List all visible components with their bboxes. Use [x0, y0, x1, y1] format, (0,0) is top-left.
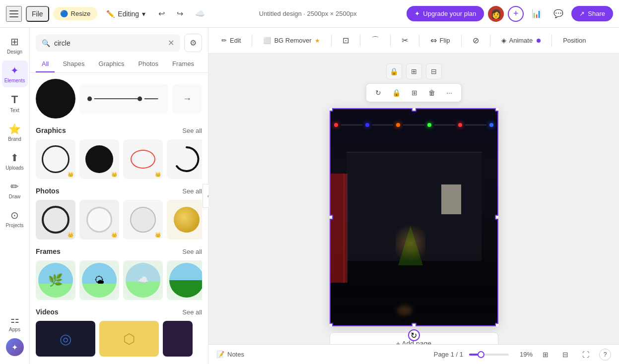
- photos-section-header: Photos See all: [36, 187, 202, 195]
- rotate-handle[interactable]: ↻: [408, 329, 420, 341]
- editing-button[interactable]: ✏️ Editing ▾: [101, 7, 150, 21]
- fullscreen-button[interactable]: ⛶: [578, 349, 593, 361]
- lock-icon-button[interactable]: 🔒: [386, 63, 402, 79]
- tab-shapes[interactable]: Shapes: [57, 56, 90, 72]
- scissors-button[interactable]: ✂: [397, 33, 413, 48]
- graphics-item-circle-outline[interactable]: 👑: [36, 139, 75, 179]
- undo-button[interactable]: ↩: [154, 6, 169, 21]
- text-icon: T: [11, 93, 18, 106]
- frames-section-header: Frames See all: [36, 247, 202, 255]
- transparency-icon: ⊘: [473, 36, 479, 45]
- avatar[interactable]: 👩: [488, 6, 504, 22]
- line-svg: [87, 94, 160, 103]
- frames-section-title: Frames: [36, 247, 61, 255]
- frames-see-all-button[interactable]: See all: [182, 248, 202, 255]
- frame-item-4[interactable]: [167, 260, 202, 300]
- frame-item-3[interactable]: ☁️: [123, 260, 163, 300]
- graphics-item-circle-red[interactable]: 👑: [123, 139, 163, 179]
- photos-see-all-button[interactable]: See all: [182, 187, 202, 195]
- more-sel-button[interactable]: ···: [442, 87, 456, 99]
- draw-icon: ✏: [10, 181, 19, 192]
- tab-frames[interactable]: Frames: [166, 56, 200, 72]
- notes-button[interactable]: 📝 Notes: [216, 351, 244, 358]
- sidebar-item-draw[interactable]: ✏ Draw: [2, 177, 28, 203]
- sidebar-elements-label: Elements: [4, 78, 25, 83]
- featured-circle-item[interactable]: [36, 79, 75, 119]
- tab-all[interactable]: All: [36, 56, 55, 72]
- video-item-3[interactable]: [163, 321, 193, 357]
- resize-button[interactable]: 🔵 Resize: [53, 7, 98, 20]
- sidebar-item-brand[interactable]: ⭐ Brand: [2, 119, 28, 146]
- magic-button[interactable]: ✦: [6, 338, 24, 356]
- help-button[interactable]: ?: [599, 349, 611, 361]
- menu-icon-button[interactable]: [6, 6, 22, 22]
- zoom-slider[interactable]: [469, 354, 509, 356]
- video-item-1[interactable]: ◎: [36, 321, 95, 357]
- transparency-button[interactable]: ⊘: [468, 33, 484, 48]
- delete-sel-button[interactable]: 🗑: [424, 87, 439, 99]
- search-tabs: All Shapes Graphics Photos Frames A: [30, 56, 208, 73]
- sidebar-item-elements[interactable]: ✦ Elements: [2, 61, 28, 87]
- align-icon-button[interactable]: ⊟: [426, 63, 442, 79]
- corner-button[interactable]: ⌒: [366, 32, 384, 49]
- photo-item-4[interactable]: [167, 200, 202, 240]
- file-menu-button[interactable]: File: [26, 6, 49, 22]
- videos-section-header: Videos See all: [36, 308, 202, 316]
- cloud-save-button[interactable]: ☁️: [191, 6, 209, 21]
- sidebar-item-apps[interactable]: ⚏ Apps: [2, 309, 28, 336]
- crop-button[interactable]: ⊡: [338, 33, 354, 48]
- add-collaborator-button[interactable]: +: [508, 6, 524, 22]
- tab-more[interactable]: A: [202, 56, 208, 72]
- sidebar-item-text[interactable]: T Text: [2, 89, 28, 117]
- zoom-thumb[interactable]: [478, 351, 484, 358]
- panel-content: → Graphics See all 👑 👑: [30, 73, 208, 364]
- canvas-image[interactable]: [330, 108, 498, 326]
- comment-button[interactable]: 💬: [550, 6, 567, 21]
- sidebar-item-projects[interactable]: ⊙ Projects: [2, 205, 28, 232]
- animate-button[interactable]: ◈ Animate: [496, 34, 546, 47]
- grid-view-button[interactable]: ⊞: [539, 349, 552, 361]
- lock-sel-button[interactable]: 🔒: [388, 87, 405, 99]
- video-item-2[interactable]: ⬡: [99, 321, 159, 357]
- search-clear-button[interactable]: ✕: [168, 38, 174, 48]
- graphics-grid: 👑 👑 👑 ›: [36, 139, 202, 179]
- svg-point-0: [87, 96, 92, 101]
- sidebar-item-design[interactable]: ⊞ Design: [2, 32, 28, 59]
- flip-button[interactable]: ⇔ Flip: [425, 33, 455, 48]
- copy-sel-button[interactable]: ⊞: [408, 87, 421, 99]
- search-bar: 🔍 ✕ ⚙: [30, 28, 208, 56]
- redo-button[interactable]: ↪: [173, 6, 187, 21]
- refresh-icon-button[interactable]: ↻: [371, 87, 385, 99]
- bg-remover-button[interactable]: ⬜ BG Remover ★: [258, 34, 325, 47]
- videos-see-all-button[interactable]: See all: [182, 308, 202, 316]
- copy-icon-button[interactable]: ⊞: [406, 63, 422, 79]
- analytics-button[interactable]: 📊: [528, 6, 546, 21]
- photo-item-2[interactable]: 👑: [79, 200, 119, 240]
- flip-label: Flip: [440, 37, 450, 44]
- toolbar-separator-7: [490, 35, 490, 47]
- position-button[interactable]: Position: [558, 34, 591, 47]
- toolbar-separator-3: [360, 35, 360, 47]
- graphics-item-circle-filled[interactable]: 👑: [79, 139, 119, 179]
- elements-icon: ✦: [10, 64, 19, 76]
- photo-item-3[interactable]: 👑: [123, 200, 163, 240]
- tab-graphics[interactable]: Graphics: [93, 56, 131, 72]
- search-input[interactable]: [54, 39, 164, 47]
- line-item[interactable]: [79, 84, 168, 114]
- graphics-see-all-button[interactable]: See all: [182, 127, 202, 134]
- arrow-item[interactable]: →: [172, 84, 202, 114]
- filter-button[interactable]: ⚙: [184, 34, 202, 52]
- frame-item-2[interactable]: 🌤: [79, 260, 119, 300]
- search-icon: 🔍: [42, 39, 50, 47]
- sidebar-item-uploads[interactable]: ⬆ Uploads: [2, 148, 28, 175]
- frame-item-1[interactable]: 🌿: [36, 260, 75, 300]
- edit-button[interactable]: ✏ Edit: [216, 34, 246, 47]
- edit-label: Edit: [230, 37, 241, 44]
- photo-item-1[interactable]: 👑: [36, 200, 75, 240]
- share-button[interactable]: ↗ Share: [571, 6, 613, 21]
- upgrade-button[interactable]: ✦ Upgrade your plan: [407, 6, 484, 21]
- tab-photos[interactable]: Photos: [133, 56, 164, 72]
- notes-icon: 📝: [216, 351, 224, 358]
- graphics-item-circle-partial[interactable]: [167, 139, 202, 179]
- columns-view-button[interactable]: ⊟: [558, 349, 572, 361]
